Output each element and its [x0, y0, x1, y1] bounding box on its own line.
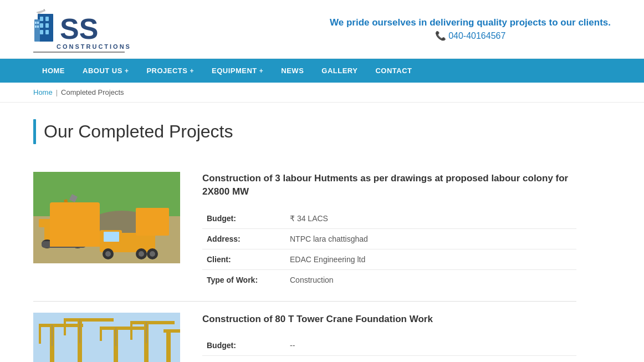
svg-rect-12	[33, 172, 180, 216]
nav-projects-plus: +	[190, 67, 194, 75]
svg-rect-6	[45, 30, 49, 34]
logo-constructions-text: CONSTRUCTIONS	[57, 43, 131, 50]
client-value-1: EDAC Engineering ltd	[285, 249, 576, 269]
table-row: Budget: ₹ 34 LACS	[202, 208, 576, 229]
project-details-2: Construction of 80 T Tower Crane Foundat…	[202, 313, 576, 362]
construction-site-image	[33, 172, 180, 263]
nav-equipment[interactable]: EQUIPMENT +	[203, 59, 272, 83]
page-title-wrap: Our Completed Projects	[33, 119, 576, 144]
main-content: Our Completed Projects	[0, 103, 610, 362]
svg-rect-38	[64, 318, 114, 322]
svg-rect-42	[100, 330, 102, 341]
breadcrumb-home-link[interactable]: Home	[33, 88, 53, 96]
address-label: Address:	[202, 228, 285, 249]
logo-area[interactable]: SS CONSTRUCTIONS	[33, 6, 131, 53]
svg-rect-47	[163, 329, 180, 333]
table-row: Address: NTPC lara chattisghad	[202, 228, 576, 249]
address-label: Address:	[202, 356, 285, 362]
svg-rect-9	[37, 22, 39, 24]
address-value-1: NTPC lara chattisghad	[285, 228, 576, 249]
nav-projects[interactable]: PROJECTS +	[137, 59, 203, 83]
svg-rect-25	[44, 222, 89, 244]
project-item: Construction of 3 labour Hutments as per…	[33, 161, 576, 302]
svg-rect-39	[64, 322, 66, 335]
project-image-1	[33, 172, 180, 263]
svg-rect-27	[59, 207, 72, 226]
tagline-area: We pride ourselves in delivering quality…	[330, 17, 611, 41]
cranes-image	[33, 313, 180, 362]
svg-rect-31	[42, 241, 86, 248]
construction-svg	[33, 172, 180, 263]
project-detail-table-2: Budget: -- Address: Raigarh Chattisgarh …	[202, 335, 576, 362]
svg-rect-4	[45, 23, 49, 28]
logo-divider	[33, 52, 125, 53]
project-detail-table-1: Budget: ₹ 34 LACS Address: NTPC lara cha…	[202, 208, 576, 290]
nav-contact[interactable]: CONTACT	[366, 59, 421, 83]
svg-rect-10	[35, 26, 37, 28]
svg-rect-11	[37, 26, 39, 28]
project-image-2	[33, 313, 180, 362]
project-title-2: Construction of 80 T Tower Crane Foundat…	[202, 313, 576, 326]
budget-label: Budget:	[202, 335, 285, 356]
cranes-svg	[33, 313, 180, 362]
table-row: Address: Raigarh Chattisgarh	[202, 356, 576, 362]
svg-rect-1	[40, 17, 43, 21]
svg-rect-3	[40, 23, 43, 28]
svg-rect-41	[100, 327, 144, 330]
table-row: Budget: --	[202, 335, 576, 356]
breadcrumb-separator: |	[56, 88, 58, 96]
svg-point-20	[105, 251, 111, 257]
page-title: Our Completed Projects	[44, 121, 233, 142]
building-icon	[33, 6, 60, 43]
breadcrumb-current: Completed Projects	[61, 88, 124, 96]
nav-about[interactable]: ABOUT US +	[74, 59, 137, 83]
type-of-work-value-1: Construction	[285, 269, 576, 290]
nav-equipment-plus: +	[259, 67, 264, 75]
nav-news[interactable]: NEWS	[272, 59, 313, 83]
svg-rect-26	[39, 219, 55, 227]
svg-rect-18	[104, 232, 119, 242]
table-row: Type of Work: Construction	[202, 269, 576, 290]
phone-number: 040-40164567	[448, 31, 505, 40]
header-tagline: We pride ourselves in delivering quality…	[330, 17, 611, 28]
budget-value-1: ₹ 34 LACS	[285, 208, 576, 229]
header-phone: 📞 040-40164567	[330, 30, 611, 41]
address-value-2: Raigarh Chattisgarh	[285, 356, 576, 362]
nav-about-plus: +	[125, 67, 129, 75]
svg-rect-36	[39, 327, 41, 344]
svg-rect-2	[45, 17, 49, 21]
project-details-1: Construction of 3 labour Hutments as per…	[202, 172, 576, 290]
type-of-work-label: Type of Work:	[202, 269, 285, 290]
phone-icon: 📞	[435, 31, 446, 40]
table-row: Client: EDAC Engineering ltd	[202, 249, 576, 269]
svg-rect-35	[39, 324, 83, 327]
nav-gallery[interactable]: GALLERY	[313, 59, 366, 83]
budget-label: Budget:	[202, 208, 285, 229]
logo-ss-text: SS	[60, 14, 98, 43]
svg-rect-5	[40, 30, 43, 34]
logo-container: SS CONSTRUCTIONS	[33, 6, 131, 53]
budget-value-2: --	[285, 335, 576, 356]
site-header: SS CONSTRUCTIONS We pride ourselves in d…	[0, 0, 644, 59]
client-label: Client:	[202, 249, 285, 269]
title-accent-bar	[33, 119, 36, 144]
svg-rect-45	[130, 324, 132, 340]
main-nav: HOME ABOUT US + PROJECTS + EQUIPMENT + N…	[0, 59, 644, 83]
project-title-1: Construction of 3 labour Hutments as per…	[202, 172, 576, 198]
svg-rect-44	[130, 321, 175, 324]
project-item: Construction of 80 T Tower Crane Foundat…	[33, 302, 576, 362]
logo-top: SS	[33, 6, 98, 43]
svg-point-22	[139, 251, 144, 257]
breadcrumb: Home | Completed Projects	[0, 83, 644, 103]
nav-home[interactable]: HOME	[33, 59, 74, 83]
svg-rect-8	[35, 22, 37, 24]
svg-rect-46	[166, 329, 171, 362]
svg-point-24	[150, 251, 155, 257]
svg-point-14	[50, 216, 105, 238]
